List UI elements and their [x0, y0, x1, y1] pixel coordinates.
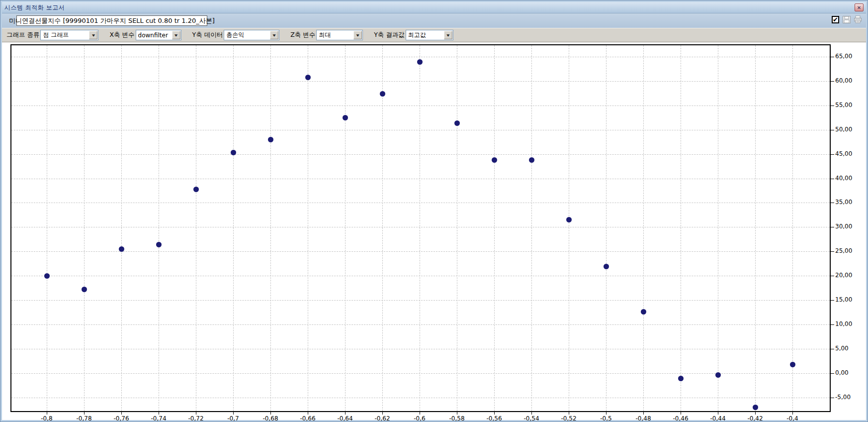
y-axis-tick: [831, 179, 834, 179]
x-tick-label: -0,44: [704, 415, 731, 422]
vertical-gridline: [308, 45, 308, 411]
chevron-down-icon[interactable]: ▼: [89, 31, 97, 39]
chevron-down-icon[interactable]: ▼: [353, 31, 362, 39]
x-tick-label: -0,64: [332, 415, 358, 422]
data-point: [380, 91, 385, 97]
data-point: [44, 273, 50, 279]
x-tick-label: -0,68: [257, 415, 284, 422]
horizontal-gridline: [11, 106, 830, 106]
data-point: [82, 287, 87, 292]
chevron-down-icon[interactable]: ▼: [270, 31, 278, 39]
y-tick-label: 10,00: [835, 320, 865, 327]
x-axis-tick: [270, 412, 271, 415]
graph-type-control: 그래프 종류 점 그래프 ▼: [6, 30, 98, 40]
horizontal-gridline: [11, 154, 830, 155]
x-axis-variable-select[interactable]: downfilter ▼: [136, 30, 181, 40]
x-tick-label: -0,62: [369, 415, 396, 422]
y-axis-result-control: Y축 결과값 최고값 ▼: [374, 30, 453, 40]
x-axis-tick: [196, 412, 196, 415]
x-tick-label: -0,78: [71, 415, 97, 422]
save-button[interactable]: [842, 15, 851, 23]
x-axis-tick: [755, 412, 756, 415]
data-point: [417, 59, 423, 65]
graph-type-label: 그래프 종류: [6, 31, 39, 39]
vertical-gridline: [382, 45, 383, 411]
x-tick-label: -0,52: [555, 415, 582, 422]
y-axis-tick: [831, 373, 834, 374]
x-axis-tick: [681, 412, 681, 415]
vertical-gridline: [755, 45, 756, 411]
x-axis-tick: [345, 412, 346, 415]
vertical-gridline: [494, 45, 495, 411]
y-tick-label: 60,00: [835, 77, 865, 84]
data-point: [231, 150, 236, 155]
z-axis-variable-label: Z축 변수: [290, 31, 315, 39]
x-tick-label: -0,5: [593, 415, 619, 422]
z-axis-variable-select[interactable]: 최대 ▼: [316, 30, 363, 40]
x-axis-tick: [457, 412, 457, 415]
close-button[interactable]: ✕: [855, 3, 864, 11]
y-tick-label: 25,00: [835, 247, 865, 254]
chart-toolbar: 그래프 종류 점 그래프 ▼ X축 변수 downfilter ▼ Y축 데이터…: [2, 28, 866, 42]
chevron-down-icon[interactable]: ▼: [172, 31, 180, 39]
x-axis-tick: [494, 412, 495, 415]
y-tick-label: 20,00: [835, 272, 865, 279]
horizontal-gridline: [11, 57, 830, 57]
data-point: [268, 137, 273, 142]
data-point: [641, 309, 646, 315]
horizontal-gridline: [11, 81, 830, 82]
horizontal-gridline: [11, 398, 830, 398]
x-axis-tick: [792, 412, 793, 415]
y-axis-tick: [831, 349, 834, 349]
horizontal-gridline: [11, 324, 830, 325]
y-axis-tick: [831, 276, 834, 276]
y-tick-label: 5,00: [835, 345, 865, 352]
y-tick-label: 50,00: [835, 126, 865, 133]
horizontal-gridline: [11, 203, 830, 203]
z-axis-variable-value: 최대: [317, 31, 353, 39]
y-axis-tick: [831, 57, 834, 57]
y-axis-tick: [831, 251, 834, 252]
y-tick-label: 30,00: [835, 223, 865, 230]
x-tick-label: -0,7: [220, 415, 247, 422]
data-point: [715, 372, 721, 378]
vertical-gridline: [345, 45, 346, 411]
graph-type-select[interactable]: 점 그래프 ▼: [40, 30, 98, 40]
y-tick-label: 35,00: [835, 199, 865, 206]
y-axis-result-select[interactable]: 최고값 ▼: [406, 30, 453, 40]
data-point: [156, 242, 162, 247]
y-axis-tick: [831, 300, 834, 301]
horizontal-gridline: [11, 276, 830, 276]
y-tick-label: 45,00: [835, 150, 865, 157]
vertical-gridline: [792, 45, 793, 411]
x-tick-label: -0,74: [145, 415, 172, 422]
report-checkbox[interactable]: ✔: [832, 16, 839, 23]
x-axis-tick: [643, 412, 644, 415]
vertical-gridline: [159, 45, 159, 411]
x-axis-tick: [308, 412, 308, 415]
y-axis-tick: [831, 227, 834, 227]
x-tick-label: -0,42: [742, 415, 769, 422]
chart-region: -0,8-0,78-0,76-0,74-0,72-0,7-0,68-0,66-0…: [2, 42, 866, 420]
print-button[interactable]: [854, 15, 862, 23]
plot-inner: [11, 45, 830, 411]
data-point: [566, 217, 572, 222]
x-axis-variable-label: X축 변수: [109, 31, 134, 39]
y-axis-tick: [831, 106, 834, 106]
y-tick-label: 0,00: [835, 369, 865, 376]
z-axis-variable-control: Z축 변수 최대 ▼: [290, 30, 363, 40]
y-axis-data-select[interactable]: 총손익 ▼: [224, 30, 279, 40]
graph-type-value: 점 그래프: [41, 31, 89, 39]
y-axis-data-value: 총손익: [224, 31, 270, 39]
vertical-gridline: [457, 45, 457, 411]
vertical-gridline: [643, 45, 644, 411]
y-axis-tick: [831, 398, 834, 398]
floppy-icon: [843, 16, 851, 23]
report-title-field: 미니연결선물지수 [99990101 가마우지 SELL cut 0.80 tr…: [16, 15, 207, 26]
window-title: 시스템 최적화 보고서: [4, 3, 65, 12]
x-tick-label: -0,76: [108, 415, 135, 422]
chevron-down-icon[interactable]: ▼: [444, 31, 452, 39]
y-axis-result-value: 최고값: [406, 31, 444, 39]
x-tick-label: -0,72: [182, 415, 209, 422]
y-axis-tick: [831, 324, 834, 325]
